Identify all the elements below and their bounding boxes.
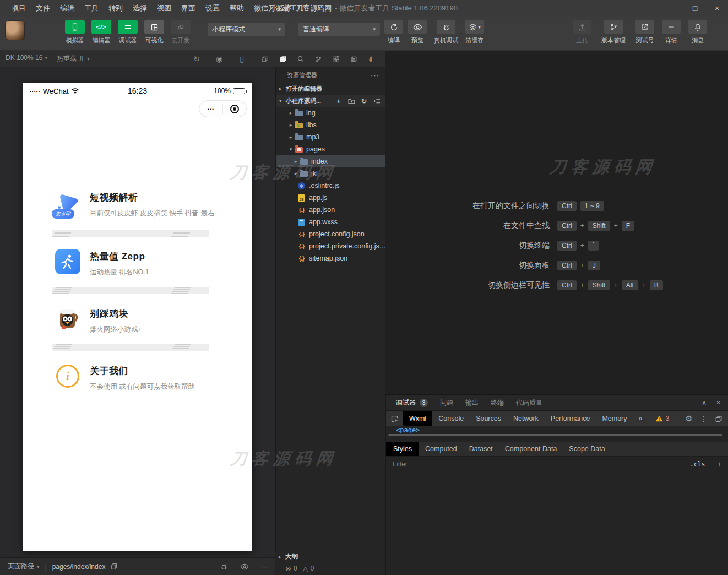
tree-file-eslintrc[interactable]: .eslintrc.js: [276, 180, 385, 192]
device-scale-dropdown[interactable]: DK 100% 16 ▾: [6, 54, 47, 62]
tree-folder-jkl[interactable]: ▸ jkl: [276, 167, 385, 180]
menu-edit[interactable]: 编辑: [55, 0, 79, 17]
minimize-button[interactable]: –: [662, 0, 684, 17]
tree-file-sitemap[interactable]: {..} sitemap.json: [276, 252, 385, 264]
simulator-toggle-button[interactable]: 模拟器: [65, 20, 85, 45]
cls-toggle[interactable]: .cls: [690, 460, 705, 468]
outline-section[interactable]: ▸ 大纲: [275, 551, 385, 562]
menu-project[interactable]: 项目: [7, 0, 31, 17]
new-style-rule-icon[interactable]: +: [717, 460, 721, 468]
tree-folder-mp3[interactable]: ▸ mp3: [276, 131, 385, 143]
menu-goto[interactable]: 转到: [104, 0, 128, 17]
tab-code-quality[interactable]: 代码质量: [516, 395, 542, 410]
eye-icon[interactable]: [240, 563, 249, 570]
inspect-element-icon[interactable]: [386, 415, 403, 423]
components-grid-icon[interactable]: [331, 54, 341, 64]
capsule-close-button[interactable]: [223, 101, 246, 117]
menu-interface[interactable]: 界面: [176, 0, 200, 17]
more-icon[interactable]: ···: [261, 563, 268, 571]
list-item-about[interactable]: i 关于我们 不会使用 或有问题可点我获取帮助: [55, 364, 195, 392]
new-file-icon[interactable]: +: [335, 97, 343, 105]
page-path-dropdown[interactable]: 页面路径 ▾: [8, 562, 40, 571]
hot-reload-dropdown[interactable]: 热重载 开 ▾: [57, 54, 90, 63]
editor-toggle-button[interactable]: </> 编辑器: [91, 20, 111, 45]
tab-terminal[interactable]: 终端: [491, 395, 504, 410]
compile-button[interactable]: 编译: [384, 20, 403, 45]
list-item-game[interactable]: 别踩鸡块 爆火网络小游戏+: [55, 306, 142, 334]
tree-folder-libs[interactable]: ▸ libs: [276, 119, 385, 131]
devtools-tab-network[interactable]: Network: [507, 411, 545, 426]
tree-file-project-config[interactable]: {..} project.config.json: [276, 228, 385, 240]
menu-help[interactable]: 帮助: [225, 0, 249, 17]
remote-debug-button[interactable]: 真机调试: [432, 20, 460, 45]
version-control-button[interactable]: 版本管理: [599, 20, 628, 45]
styles-tab-component-data[interactable]: Component Data: [499, 442, 563, 456]
tree-file-appjson[interactable]: {..} app.json: [276, 204, 385, 216]
menu-settings[interactable]: 设置: [200, 0, 225, 17]
tree-file-appwxss[interactable]: app.wxss: [276, 216, 385, 228]
devtools-tab-memory[interactable]: Memory: [596, 411, 633, 426]
refresh-icon[interactable]: ↻: [360, 97, 368, 105]
tab-output[interactable]: 输出: [465, 395, 479, 410]
devtools-tab-wxml[interactable]: Wxml: [403, 411, 432, 426]
capsule-more-button[interactable]: •••: [199, 101, 222, 117]
menu-select[interactable]: 选择: [128, 0, 152, 17]
storage-icon[interactable]: [349, 54, 358, 64]
styles-tab-styles[interactable]: Styles: [386, 442, 419, 456]
new-folder-icon[interactable]: [347, 97, 355, 105]
menu-view[interactable]: 视图: [152, 0, 176, 17]
list-item-zepp[interactable]: 热量值 Zepp 运动热量 排名NO.1: [55, 249, 149, 277]
styles-tab-scope-data[interactable]: Scope Data: [563, 442, 611, 456]
devtools-tab-console[interactable]: Console: [432, 411, 470, 426]
tree-folder-index[interactable]: ▸ index: [276, 155, 385, 167]
debug-icon[interactable]: [220, 562, 228, 571]
open-editors-section[interactable]: ▸ 打开的编辑器: [276, 83, 385, 95]
collapse-panel-icon[interactable]: ∧: [702, 399, 707, 406]
tree-file-project-private-config[interactable]: {..} project.private.config.js…: [276, 240, 385, 252]
pages-panel-icon[interactable]: [278, 54, 288, 64]
mode-dropdown[interactable]: 小程序模式 ▾: [208, 23, 285, 36]
close-button[interactable]: ×: [706, 0, 728, 17]
more-tabs-icon[interactable]: »: [633, 415, 648, 422]
refresh-icon[interactable]: ↻: [192, 54, 202, 64]
tab-problems[interactable]: 问题: [440, 395, 453, 410]
restore-window-icon[interactable]: [259, 54, 269, 64]
search-icon[interactable]: [296, 54, 306, 64]
clear-cache-button[interactable]: ▾ 清缓存: [465, 20, 484, 45]
tree-file-appjs[interactable]: JS app.js: [276, 192, 385, 204]
record-icon[interactable]: ◉: [214, 54, 224, 64]
debugger-toggle-button[interactable]: 调试器: [118, 20, 138, 45]
tree-folder-pages[interactable]: ▾ pages: [276, 143, 385, 155]
kebab-menu-icon[interactable]: ⋮: [700, 415, 707, 423]
styles-tab-computed[interactable]: Computed: [419, 442, 463, 456]
styles-tab-dataset[interactable]: Dataset: [463, 442, 499, 456]
styles-filter-input[interactable]: Filter: [393, 460, 690, 468]
devtools-tab-sources[interactable]: Sources: [470, 411, 507, 426]
collapse-all-icon[interactable]: [373, 97, 381, 105]
warnings-badge[interactable]: 3: [655, 415, 670, 422]
wxml-element-tree[interactable]: <page>: [386, 426, 728, 433]
tab-debugger[interactable]: 调试器 3: [396, 395, 428, 410]
messages-button[interactable]: 消息: [688, 20, 707, 45]
more-icon[interactable]: ···: [371, 71, 379, 79]
hand-tool-icon[interactable]: [366, 54, 376, 64]
gear-icon[interactable]: ⚙: [685, 414, 692, 423]
compile-mode-dropdown[interactable]: 普通编译 ▾: [298, 23, 380, 36]
details-button[interactable]: 详情: [662, 20, 681, 45]
avatar[interactable]: [5, 20, 25, 40]
close-panel-icon[interactable]: ×: [716, 399, 720, 406]
project-root-section[interactable]: ▾ 小程序源码... + ↻: [276, 95, 385, 107]
devtools-tab-performance[interactable]: Performance: [545, 411, 596, 426]
menu-devtools[interactable]: 微信开发者工具: [249, 0, 309, 17]
menu-file[interactable]: 文件: [31, 0, 55, 17]
preview-button[interactable]: 预览: [408, 20, 427, 45]
menu-tools[interactable]: 工具: [79, 0, 104, 17]
test-account-button[interactable]: 测试号: [635, 20, 654, 45]
list-item-video-parse[interactable]: 去水印 短视频解析 目前仅可皮皮虾 皮皮搞笑 快手 抖音 最右: [55, 190, 214, 218]
copy-icon[interactable]: [110, 563, 117, 570]
maximize-button[interactable]: □: [684, 0, 706, 17]
tree-folder-ing[interactable]: ▸ ing: [276, 107, 385, 119]
phone-frame-icon[interactable]: ▯: [237, 54, 247, 64]
dock-side-icon[interactable]: [715, 415, 722, 422]
visualization-toggle-button[interactable]: 可视化: [144, 20, 164, 45]
